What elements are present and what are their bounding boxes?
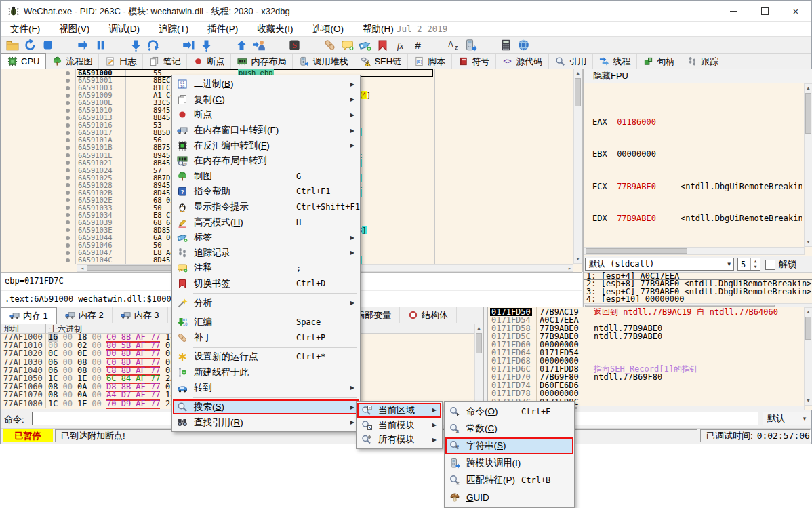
close-button[interactable]: × — [780, 1, 811, 21]
register-list[interactable]: EAX 01186000 EBX 00000000 ECX 77B9ABE0 <… — [592, 87, 802, 248]
tab-seh[interactable]: SEH链 — [354, 54, 408, 69]
breakpoint-dot-icon[interactable] — [66, 116, 70, 120]
tab-log[interactable]: 日志 — [99, 54, 143, 69]
label-icon[interactable] — [356, 37, 373, 53]
ctx-search[interactable]: 搜索(S) ▶ — [173, 399, 359, 415]
run-to-user-code-icon[interactable] — [180, 37, 197, 53]
tab-memory-map[interactable]: 内存布局 — [231, 54, 293, 69]
pause-icon[interactable] — [92, 37, 109, 53]
call-stack-icon[interactable] — [462, 37, 479, 53]
breakpoint-dot-icon[interactable] — [66, 206, 70, 210]
breakpoint-dot-icon[interactable] — [66, 71, 70, 75]
search-intermodular-calls[interactable]: 跨模块调用(I) — [445, 454, 573, 471]
tab-dump-1[interactable]: 内存 1 — [1, 307, 57, 324]
ctx-set-new-origin[interactable]: 设置新的运行点 Ctrl+* — [173, 349, 359, 365]
unlock-checkbox[interactable]: 解锁 — [765, 258, 796, 271]
tab-script[interactable]: 脚本 — [408, 54, 452, 69]
search-strings[interactable]: 字符串(S) — [445, 437, 573, 454]
tab-graph[interactable]: 流程图 — [46, 54, 99, 69]
breakpoint-dot-icon[interactable] — [66, 243, 70, 248]
breakpoint-dot-icon[interactable] — [66, 213, 70, 217]
globe-icon[interactable] — [514, 37, 532, 53]
ctx-follow-in-disasm[interactable]: 在反汇编中转到(F) ▶ — [173, 138, 359, 153]
stack-argument-row[interactable]: 4: [esp+10] 00000000 — [584, 296, 812, 303]
ctx-follow-in-dump[interactable]: 在内存窗口中转到(F) ▶ — [173, 123, 359, 138]
ctx-copy[interactable]: 复制(C) ▶ — [173, 92, 359, 108]
stack-row[interactable]: 0171FD64 0171FD54 — [488, 349, 804, 357]
search-pattern[interactable]: 匹配特征(P) Ctrl+B — [445, 471, 573, 488]
menu-file[interactable]: 文件(F) — [1, 22, 49, 36]
text-az-icon[interactable] — [444, 37, 462, 53]
ctx-binary[interactable]: 二进制(B) ▶ — [173, 77, 359, 92]
stack-vscrollbar[interactable]: ▲▼ — [804, 307, 812, 406]
stack-arguments-list[interactable]: 1: [esp+4] A0C17EEA2: [esp+8] 77B9ABE0 <… — [584, 272, 812, 304]
run-icon[interactable] — [74, 37, 92, 53]
ctx-label[interactable]: 标签 ▶ — [173, 230, 359, 246]
tab-call-stack[interactable]: 调用堆栈 — [293, 54, 354, 69]
menu-help[interactable]: 帮助(H) — [353, 22, 403, 36]
ctx-new-thread-here[interactable]: 新建线程于此 — [173, 365, 359, 380]
ctx-show-mnemonic-brief[interactable]: 显示指令提示 Ctrl+Shift+F1 — [173, 199, 359, 215]
ctx-instruction-help[interactable]: 指令帮助 Ctrl+F1 — [173, 184, 359, 199]
tab-dump-3[interactable]: 内存 3 — [113, 307, 168, 323]
breakpoint-dot-icon[interactable] — [66, 176, 70, 180]
ctx-patch[interactable]: 补丁 Ctrl+P — [173, 330, 359, 346]
menu-options[interactable]: 选项(O) — [303, 22, 354, 36]
register-row[interactable]: ECX 77B9ABE0 <ntdll.DbgUiRemoteBreakin> — [592, 183, 802, 191]
breakpoint-dot-icon[interactable] — [66, 94, 70, 98]
tab-handles[interactable]: 句柄 — [637, 54, 681, 69]
tab-threads[interactable]: 线程 — [593, 54, 637, 69]
calculator-icon[interactable] — [497, 37, 514, 53]
stack-row[interactable]: 0171FD50 77B9AC19 返回到 ntdll.77B9AC19 自 n… — [488, 308, 804, 316]
register-row[interactable]: EAX 01186000 — [592, 119, 802, 127]
function-icon[interactable] — [391, 37, 409, 53]
step-into-icon[interactable] — [127, 37, 144, 53]
hide-fpu-button[interactable]: 隐藏FPU — [584, 69, 812, 83]
breakpoint-dot-icon[interactable] — [66, 183, 70, 187]
tab-structs[interactable]: 结构体 — [400, 307, 457, 323]
stepper-arrows-icon[interactable]: ▲▼ — [750, 258, 760, 270]
breakpoint-dot-icon[interactable] — [66, 79, 70, 83]
menu-trace[interactable]: 追踪(T) — [149, 22, 198, 36]
tab-trace[interactable]: 跟踪 — [681, 54, 725, 69]
tab-references[interactable]: 引用 — [549, 54, 593, 69]
breakpoint-dot-icon[interactable] — [66, 138, 70, 142]
stop-debug-icon[interactable] — [39, 37, 56, 53]
breakpoint-dot-icon[interactable] — [66, 86, 70, 90]
ctx-highlighting-mode[interactable]: 高亮模式(H) H — [173, 214, 359, 230]
search-current-region[interactable]: 当前区域 ▶ — [357, 403, 441, 418]
hash-icon[interactable] — [409, 37, 426, 53]
ctx-assemble[interactable]: 汇编 Space — [173, 315, 359, 330]
menu-view[interactable]: 视图(V) — [49, 22, 99, 36]
breakpoint-dot-icon[interactable] — [66, 168, 70, 172]
patch-icon[interactable] — [321, 37, 338, 53]
command-profile-select[interactable]: 默认▼ — [763, 412, 811, 425]
menu-plugins[interactable]: 插件(P) — [198, 22, 247, 36]
breakpoint-dot-icon[interactable] — [66, 198, 70, 202]
search-current-module[interactable]: 当前模块 ▶ — [357, 418, 441, 433]
stack-row[interactable]: 0171FD70 77B69F80 ntdll.77B69F80 — [488, 373, 804, 381]
ctx-graph[interactable]: 制图 G — [173, 169, 359, 184]
bookmark-icon[interactable] — [373, 37, 391, 53]
ctx-analysis[interactable]: 分析 ▶ — [173, 295, 359, 311]
search-command[interactable]: 命令(O) Ctrl+F — [445, 403, 573, 420]
tab-notes[interactable]: 笔记 — [143, 54, 187, 69]
breakpoint-dot-icon[interactable] — [66, 153, 70, 157]
breakpoint-dot-icon[interactable] — [66, 228, 70, 232]
tab-symbols[interactable]: 符号 — [452, 54, 496, 69]
restart-icon[interactable] — [21, 37, 39, 53]
dump-vscrollbar[interactable]: ▲▼ — [474, 324, 483, 408]
ctx-find-references[interactable]: 查找引用(R) ▶ — [173, 414, 359, 430]
tab-breakpoints[interactable]: 断点 — [187, 54, 231, 69]
minimize-button[interactable] — [718, 1, 749, 21]
breakpoint-dot-icon[interactable] — [66, 161, 70, 165]
ctx-trace-record[interactable]: 追踪记录 ▶ — [173, 246, 359, 261]
search-all-modules[interactable]: 所有模块 ▶ — [357, 433, 441, 448]
open-file-icon[interactable] — [3, 37, 21, 53]
breakpoint-dot-icon[interactable] — [66, 251, 70, 255]
execute-till-return-icon[interactable] — [232, 37, 250, 53]
attach-icon[interactable] — [250, 37, 268, 53]
registers-hscrollbar[interactable] — [584, 247, 805, 255]
arg-count-stepper[interactable]: 5▲▼ — [737, 258, 760, 271]
scylla-icon[interactable] — [285, 37, 303, 53]
